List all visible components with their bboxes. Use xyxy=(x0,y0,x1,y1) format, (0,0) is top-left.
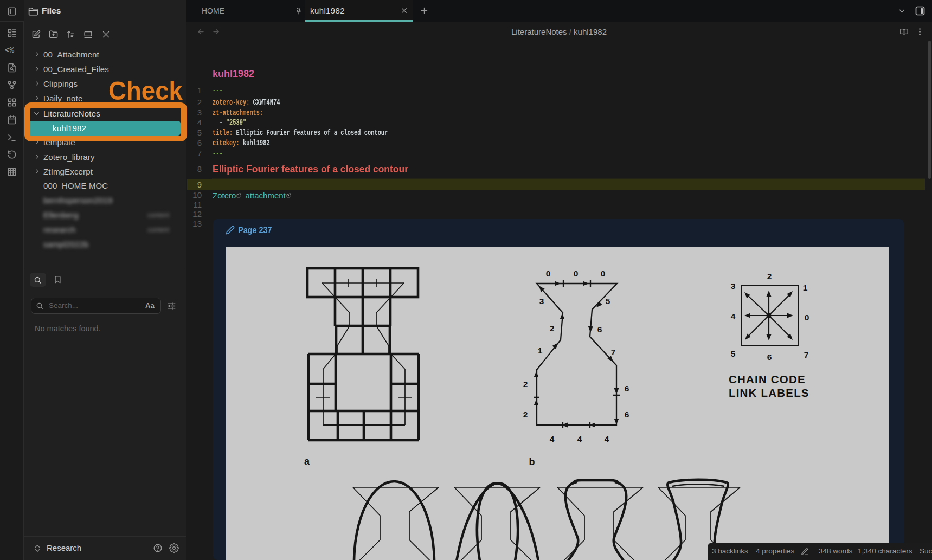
svg-text:0: 0 xyxy=(546,269,551,278)
svg-text:1: 1 xyxy=(803,283,808,292)
svg-text:6: 6 xyxy=(597,325,602,334)
svg-text:5: 5 xyxy=(731,349,736,358)
svg-text:0: 0 xyxy=(805,313,809,322)
svg-text:4: 4 xyxy=(731,312,736,321)
svg-text:2: 2 xyxy=(523,379,528,389)
svg-text:6: 6 xyxy=(625,384,629,393)
svg-text:3: 3 xyxy=(731,281,736,291)
svg-text:CHAIN CODE: CHAIN CODE xyxy=(729,373,806,385)
svg-text:0: 0 xyxy=(574,269,579,278)
svg-text:4: 4 xyxy=(577,434,582,443)
svg-text:3: 3 xyxy=(539,297,544,306)
svg-text:1: 1 xyxy=(538,346,543,355)
svg-text:2: 2 xyxy=(767,272,772,281)
svg-text:5: 5 xyxy=(606,297,610,306)
svg-text:2: 2 xyxy=(523,410,528,419)
svg-text:4: 4 xyxy=(605,434,609,443)
svg-text:6: 6 xyxy=(625,410,629,419)
svg-text:2: 2 xyxy=(550,324,555,333)
svg-text:6: 6 xyxy=(767,352,772,362)
svg-text:7: 7 xyxy=(804,350,809,359)
svg-text:4: 4 xyxy=(550,434,555,443)
svg-text:b: b xyxy=(529,456,535,467)
svg-text:a: a xyxy=(304,456,310,467)
svg-text:7: 7 xyxy=(611,347,616,357)
svg-text:0: 0 xyxy=(601,269,606,278)
svg-text:LINK LABELS: LINK LABELS xyxy=(729,387,809,399)
